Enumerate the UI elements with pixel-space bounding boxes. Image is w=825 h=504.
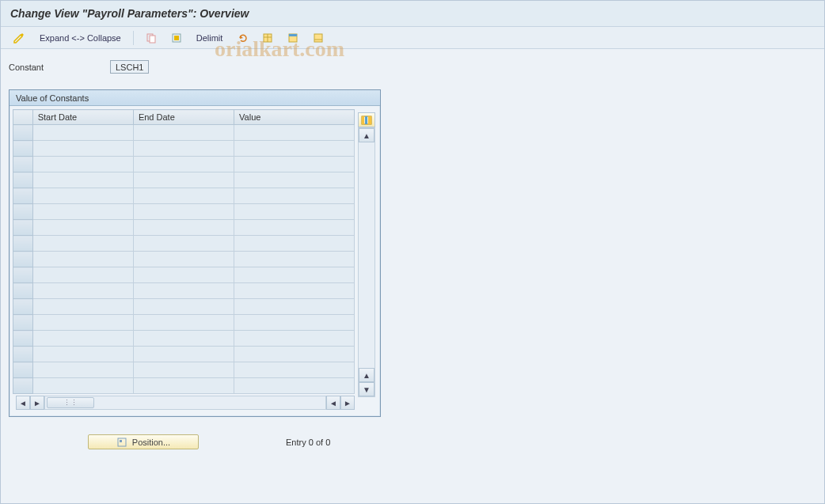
cell-value[interactable] — [234, 378, 355, 394]
cell-value[interactable] — [234, 362, 355, 378]
cell-end[interactable] — [133, 267, 234, 283]
scroll-left-icon[interactable]: ◄ — [16, 396, 30, 410]
table-row — [13, 188, 355, 204]
undo-icon[interactable] — [231, 30, 253, 46]
cell-value[interactable] — [234, 252, 355, 267]
cell-value[interactable] — [234, 157, 355, 172]
cell-start[interactable] — [32, 315, 133, 331]
row-selector[interactable] — [13, 347, 33, 362]
col-end-date[interactable]: End Date — [133, 110, 234, 125]
change-icon[interactable] — [7, 30, 31, 46]
cell-end[interactable] — [133, 141, 234, 157]
cell-end[interactable] — [133, 157, 234, 172]
cell-end[interactable] — [133, 299, 234, 315]
cell-end[interactable] — [133, 204, 234, 220]
cell-start[interactable] — [32, 378, 133, 394]
cell-value[interactable] — [234, 188, 355, 204]
table-new-icon[interactable] — [257, 30, 279, 46]
table-settings-icon[interactable] — [358, 112, 375, 127]
cell-end[interactable] — [133, 378, 234, 394]
table-deselect-icon[interactable] — [307, 30, 329, 46]
cell-start[interactable] — [32, 283, 133, 299]
cell-start[interactable] — [32, 347, 133, 362]
cell-end[interactable] — [133, 220, 234, 236]
scroll-down-icon[interactable]: ▼ — [359, 382, 374, 396]
row-selector[interactable] — [13, 125, 33, 141]
position-button[interactable]: Position... — [88, 434, 199, 449]
cell-value[interactable] — [234, 315, 355, 331]
cell-start[interactable] — [32, 267, 133, 283]
select-all-icon[interactable] — [165, 30, 188, 46]
scroll-up-icon[interactable]: ▲ — [359, 128, 374, 142]
row-selector[interactable] — [13, 299, 33, 315]
cell-end[interactable] — [133, 236, 234, 252]
cell-end[interactable] — [133, 252, 234, 267]
table-corner[interactable] — [13, 110, 33, 125]
expand-collapse-button[interactable]: Expand <-> Collapse — [34, 30, 127, 46]
row-selector[interactable] — [13, 315, 33, 331]
row-selector[interactable] — [13, 252, 33, 267]
cell-value[interactable] — [234, 347, 355, 362]
cell-value[interactable] — [234, 267, 355, 283]
cell-start[interactable] — [32, 299, 133, 315]
row-selector[interactable] — [13, 378, 33, 394]
constant-value[interactable]: LSCH1 — [110, 60, 149, 74]
row-selector[interactable] — [13, 236, 33, 252]
vscroll-track[interactable] — [359, 142, 374, 368]
cell-start[interactable] — [32, 157, 133, 172]
cell-start[interactable] — [32, 362, 133, 378]
row-selector[interactable] — [13, 331, 33, 347]
col-start-date[interactable]: Start Date — [32, 110, 133, 125]
copy-icon[interactable] — [140, 30, 162, 46]
row-selector[interactable] — [13, 204, 33, 220]
scroll-right-step-icon[interactable]: ► — [30, 396, 44, 410]
cell-start[interactable] — [32, 331, 133, 347]
row-selector[interactable] — [13, 220, 33, 236]
cell-end[interactable] — [133, 172, 234, 188]
cell-start[interactable] — [32, 204, 133, 220]
col-value[interactable]: Value — [234, 110, 355, 125]
cell-value[interactable] — [234, 299, 355, 315]
cell-start[interactable] — [32, 220, 133, 236]
cell-start[interactable] — [32, 236, 133, 252]
cell-end[interactable] — [133, 315, 234, 331]
scroll-left-end-icon[interactable]: ◄ — [326, 396, 340, 410]
cell-end[interactable] — [133, 347, 234, 362]
cell-start[interactable] — [32, 125, 133, 141]
cell-value[interactable] — [234, 172, 355, 188]
cell-start[interactable] — [32, 172, 133, 188]
table-row — [13, 172, 355, 188]
row-selector[interactable] — [13, 362, 33, 378]
row-selector[interactable] — [13, 172, 33, 188]
cell-value[interactable] — [234, 125, 355, 141]
page-title-text: Change View "Payroll Parameters": Overvi… — [10, 7, 249, 20]
cell-value[interactable] — [234, 236, 355, 252]
row-selector[interactable] — [13, 157, 33, 172]
hscroll-thumb[interactable]: ⋮⋮ — [47, 397, 94, 408]
horizontal-scrollbar[interactable]: ◄ ► ⋮⋮ ◄ ► — [16, 396, 355, 410]
cell-end[interactable] — [133, 362, 234, 378]
cell-start[interactable] — [32, 188, 133, 204]
cell-end[interactable] — [133, 331, 234, 347]
table-select-icon[interactable] — [282, 30, 304, 46]
cell-start[interactable] — [32, 252, 133, 267]
scroll-down-page-icon[interactable]: ▲ — [359, 368, 374, 382]
cell-value[interactable] — [234, 283, 355, 299]
cell-value[interactable] — [234, 220, 355, 236]
cell-end[interactable] — [133, 188, 234, 204]
row-selector[interactable] — [13, 267, 33, 283]
scroll-right-icon[interactable]: ► — [340, 396, 355, 410]
vertical-scrollbar[interactable]: ▲ ▲ ▼ — [358, 127, 375, 397]
cell-value[interactable] — [234, 331, 355, 347]
hscroll-track[interactable]: ⋮⋮ — [44, 396, 326, 410]
cell-start[interactable] — [32, 141, 133, 157]
cell-value[interactable] — [234, 141, 355, 157]
row-selector[interactable] — [13, 283, 33, 299]
cell-end[interactable] — [133, 283, 234, 299]
table-row — [13, 283, 355, 299]
cell-value[interactable] — [234, 204, 355, 220]
delimit-button[interactable]: Delimit — [191, 30, 229, 46]
cell-end[interactable] — [133, 125, 234, 141]
row-selector[interactable] — [13, 188, 33, 204]
row-selector[interactable] — [13, 141, 33, 157]
